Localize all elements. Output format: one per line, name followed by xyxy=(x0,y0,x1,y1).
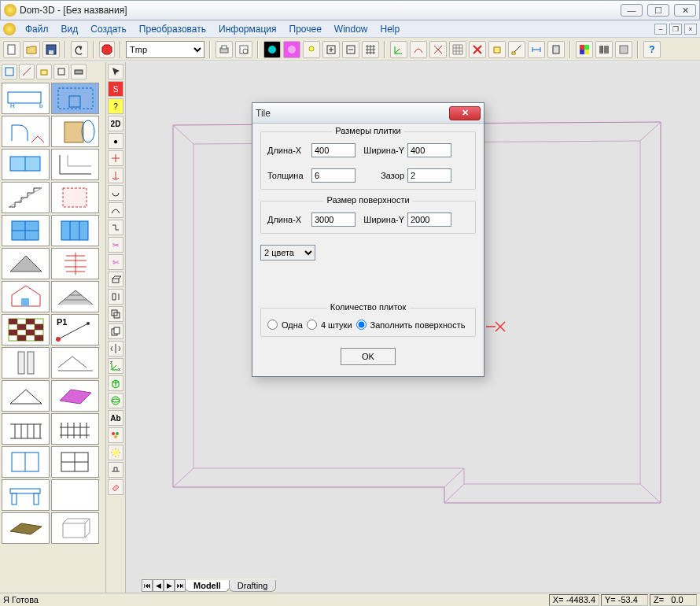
grid-icon[interactable] xyxy=(362,41,379,58)
dimension-icon[interactable] xyxy=(528,41,545,58)
print-preview-icon[interactable] xyxy=(235,41,252,58)
palette-p1[interactable]: P1 xyxy=(51,314,99,345)
palette-column[interactable] xyxy=(2,347,50,379)
input-surf-width[interactable] xyxy=(407,212,451,227)
palette-door[interactable] xyxy=(51,116,99,147)
palette-blank-1[interactable] xyxy=(51,479,99,511)
close-button[interactable]: ✕ xyxy=(674,4,696,17)
cube-icon[interactable] xyxy=(108,375,123,391)
palette-railing[interactable] xyxy=(2,413,50,445)
snap-point-icon[interactable]: ● xyxy=(108,133,123,149)
zoom-out-icon[interactable] xyxy=(342,41,359,58)
palette-desk[interactable] xyxy=(2,479,50,511)
menu-transform[interactable]: Преобразовать xyxy=(133,22,212,36)
colors-icon[interactable] xyxy=(108,427,123,443)
input-gap[interactable] xyxy=(407,168,451,183)
menu-file[interactable]: Файл xyxy=(19,22,55,36)
ok-button[interactable]: OK xyxy=(341,348,396,365)
color-count-select[interactable]: 2 цвета xyxy=(260,245,315,261)
dialog-close-button[interactable]: ✕ xyxy=(449,106,481,120)
mdi-close-button[interactable]: × xyxy=(684,24,697,35)
move-axes-icon[interactable] xyxy=(108,150,123,166)
palette-opening[interactable] xyxy=(51,182,99,213)
menu-other[interactable]: Прочее xyxy=(283,22,328,36)
mdi-restore-button[interactable]: ❐ xyxy=(669,24,682,35)
palette-window-3[interactable] xyxy=(51,446,99,478)
maximize-button[interactable]: ☐ xyxy=(647,4,669,17)
palette-window-grid[interactable] xyxy=(2,215,50,246)
snap-grid-icon[interactable] xyxy=(449,41,466,58)
scissors-icon[interactable]: ✂ xyxy=(108,237,123,253)
palette-floorplan[interactable] xyxy=(51,83,99,114)
sphere-icon[interactable] xyxy=(108,393,123,408)
axes3d-icon[interactable]: zx xyxy=(108,358,123,374)
palette-slab[interactable] xyxy=(2,512,50,544)
input-thickness[interactable] xyxy=(311,168,356,183)
material-icon[interactable] xyxy=(283,41,300,58)
help-button[interactable]: ? xyxy=(643,41,661,58)
texture-icon[interactable] xyxy=(615,41,632,58)
new-file-icon[interactable] xyxy=(3,41,20,58)
input-width-y[interactable] xyxy=(407,143,451,157)
flip-icon[interactable] xyxy=(108,289,123,305)
2d-mode[interactable]: 2D xyxy=(108,116,123,131)
eraser-icon[interactable] xyxy=(108,479,123,495)
zoom-in-icon[interactable] xyxy=(322,41,340,58)
tab-drafting[interactable]: Drafting xyxy=(229,580,277,592)
tab-prev-button[interactable]: ◀ xyxy=(153,579,164,592)
axis-icon[interactable] xyxy=(390,41,407,58)
layer-select[interactable]: Tmp xyxy=(126,41,204,58)
palette-tool-1[interactable] xyxy=(2,64,17,79)
palette-tool-2[interactable] xyxy=(19,64,35,79)
tab-last-button[interactable]: ⏭ xyxy=(175,579,186,592)
palette-corner[interactable] xyxy=(51,149,99,180)
palette-surface[interactable] xyxy=(51,380,99,412)
stop-tool-icon[interactable]: S xyxy=(108,81,123,97)
text-tool[interactable]: Ab xyxy=(108,410,123,426)
minimize-button[interactable]: — xyxy=(621,4,643,17)
stop-icon[interactable] xyxy=(99,41,115,58)
palette-cabinet[interactable] xyxy=(2,446,50,478)
palette-roof[interactable] xyxy=(2,248,50,279)
radio-four[interactable] xyxy=(307,320,317,330)
palette-window[interactable] xyxy=(2,149,50,180)
palette-gable[interactable] xyxy=(2,380,50,412)
level-icon[interactable] xyxy=(108,462,123,478)
anchor-icon[interactable] xyxy=(108,168,123,183)
copy-icon[interactable] xyxy=(108,323,123,339)
mdi-minimize-button[interactable]: – xyxy=(654,24,667,35)
palette-roof-grid[interactable] xyxy=(51,281,99,312)
color-map-icon[interactable] xyxy=(576,41,593,58)
measure-icon[interactable] xyxy=(508,41,525,58)
arc-icon[interactable] xyxy=(410,41,427,58)
open-file-icon[interactable] xyxy=(23,41,40,58)
palette-window-2[interactable] xyxy=(51,215,99,246)
print-icon[interactable] xyxy=(216,41,233,58)
palette-tool-3[interactable] xyxy=(36,64,52,79)
menu-window[interactable]: Window xyxy=(328,22,374,36)
palette-door-arch[interactable] xyxy=(2,116,50,147)
tab-first-button[interactable]: ⏮ xyxy=(142,579,153,592)
radio-one[interactable] xyxy=(267,320,278,330)
menu-info[interactable]: Информация xyxy=(212,22,282,36)
palette-wall[interactable]: Hb xyxy=(2,83,50,114)
palette-tool-4[interactable] xyxy=(53,64,69,79)
dialog-titlebar[interactable]: Tile ✕ xyxy=(252,103,484,124)
connector-icon[interactable] xyxy=(108,220,123,235)
mirror-icon[interactable] xyxy=(108,341,123,357)
palette-fence[interactable] xyxy=(51,413,99,445)
menu-view[interactable]: Вид xyxy=(55,22,85,36)
calc-icon[interactable] xyxy=(547,41,565,58)
offset-icon[interactable] xyxy=(108,306,123,322)
sun-icon[interactable] xyxy=(108,445,123,460)
pointer-icon[interactable] xyxy=(108,64,123,79)
palette-stairs[interactable] xyxy=(2,182,50,213)
radio-fill[interactable] xyxy=(356,320,367,330)
palette-spiral-stairs[interactable] xyxy=(51,248,99,279)
app-menu-icon[interactable] xyxy=(3,23,16,35)
save-icon[interactable] xyxy=(42,41,60,58)
rotate-icon[interactable] xyxy=(108,185,123,201)
palette-house[interactable] xyxy=(2,281,50,312)
input-length-x[interactable] xyxy=(311,143,356,157)
undo-icon[interactable] xyxy=(71,41,88,58)
